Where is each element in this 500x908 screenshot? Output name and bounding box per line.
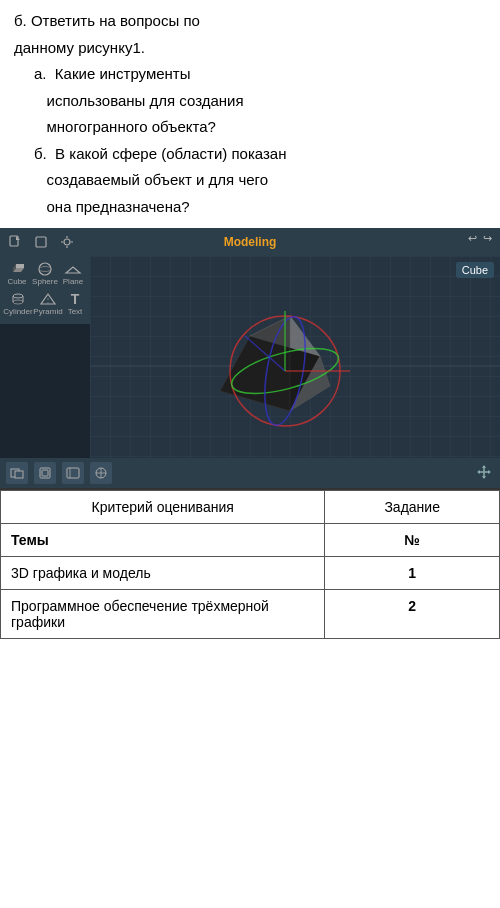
toolbar-left-icons — [6, 233, 76, 251]
svg-point-13 — [13, 294, 23, 298]
toolbar-right: ↩ ↪ — [468, 232, 492, 245]
toolbar: Modeling ↩ ↪ — [0, 228, 500, 256]
table-cell-topic: Темы — [1, 524, 325, 557]
pyramid-tool-icon — [37, 290, 59, 308]
bottom-icon-3[interactable] — [62, 462, 84, 484]
table-cell-num-header: № — [325, 524, 500, 557]
sphere-tool[interactable]: Sphere — [32, 260, 58, 286]
line-a3: многогранного объекта? — [14, 116, 486, 139]
table-cell-num-2: 2 — [325, 590, 500, 639]
svg-rect-35 — [42, 470, 48, 476]
tools-panel: Cube Sphere Plane — [0, 256, 90, 324]
undo-icon[interactable]: ↩ — [468, 232, 477, 245]
pyramid-tool-label: Pyramid — [33, 308, 62, 316]
line-a: а. Какие инструменты — [14, 63, 486, 86]
svg-point-10 — [39, 263, 51, 275]
line-a2: использованы для создания — [14, 90, 486, 113]
svg-rect-33 — [15, 471, 23, 478]
line-b1: б. В какой сфере (области) показан — [14, 143, 486, 166]
table-header-task: Задание — [325, 491, 500, 524]
table-row: Темы № — [1, 524, 500, 557]
table-cell-num-1: 1 — [325, 557, 500, 590]
svg-marker-45 — [477, 470, 480, 474]
bottom-bar — [0, 458, 500, 488]
line-b2: создаваемый объект и для чего — [14, 169, 486, 192]
tools-row-2: Cylinder Pyramid T Text — [4, 290, 86, 316]
plane-tool-icon — [62, 260, 84, 278]
text-tool-icon: T — [64, 290, 86, 308]
bottom-icon-4[interactable] — [90, 462, 112, 484]
svg-marker-44 — [482, 476, 486, 479]
light-icon[interactable] — [58, 233, 76, 251]
text-tool[interactable]: T Text — [64, 290, 86, 316]
svg-marker-12 — [66, 267, 80, 273]
redo-icon[interactable]: ↪ — [483, 232, 492, 245]
table-row: Программное обеспечение трёхмерной графи… — [1, 590, 500, 639]
svg-rect-36 — [67, 468, 79, 478]
sphere-tool-label: Sphere — [32, 278, 58, 286]
table-cell-3d: 3D графика и модель — [1, 557, 325, 590]
cylinder-tool-label: Cylinder — [3, 308, 32, 316]
criteria-table: Критерий оценивания Задание Темы № 3D гр… — [0, 490, 500, 639]
3d-viewport-container: Modeling ↩ ↪ Cube Sphere — [0, 228, 500, 488]
cylinder-tool[interactable]: Cylinder — [4, 290, 32, 316]
svg-point-11 — [39, 267, 51, 272]
svg-rect-1 — [36, 237, 46, 247]
line-b3: она предназначена? — [14, 196, 486, 219]
svg-point-2 — [64, 239, 70, 245]
table-header-criteria: Критерий оценивания — [1, 491, 325, 524]
svg-point-14 — [13, 300, 23, 304]
svg-marker-46 — [488, 470, 491, 474]
bottom-icon-1[interactable] — [6, 462, 28, 484]
plane-tool[interactable]: Plane — [60, 260, 86, 286]
cylinder-tool-icon — [7, 290, 29, 308]
text-tool-label: Text — [68, 308, 83, 316]
pyramid-tool[interactable]: Pyramid — [34, 290, 62, 316]
file-icon[interactable] — [6, 233, 24, 251]
mode-label: Modeling — [224, 235, 277, 249]
move-icon[interactable] — [476, 464, 492, 483]
grid-svg — [90, 256, 500, 458]
3d-viewport: Cube — [90, 256, 500, 458]
svg-marker-9 — [16, 264, 24, 268]
text-section: б. Ответить на вопросы по данному рисунк… — [0, 0, 500, 228]
cube-tool-label: Cube — [7, 278, 26, 286]
bottom-icon-2[interactable] — [34, 462, 56, 484]
object-icon[interactable] — [32, 233, 50, 251]
line-b-header: б. Ответить на вопросы по — [14, 10, 486, 33]
cube-tool[interactable]: Cube — [4, 260, 30, 286]
plane-tool-label: Plane — [63, 278, 83, 286]
line-rисунок: данному рисунку1. — [14, 37, 486, 60]
svg-marker-43 — [482, 465, 486, 468]
table-row: 3D графика и модель 1 — [1, 557, 500, 590]
cube-label: Cube — [456, 262, 494, 278]
table-cell-software: Программное обеспечение трёхмерной графи… — [1, 590, 325, 639]
tools-row-1: Cube Sphere Plane — [4, 260, 86, 286]
cube-tool-icon — [6, 260, 28, 278]
table-section: Критерий оценивания Задание Темы № 3D гр… — [0, 488, 500, 639]
sphere-tool-icon — [34, 260, 56, 278]
